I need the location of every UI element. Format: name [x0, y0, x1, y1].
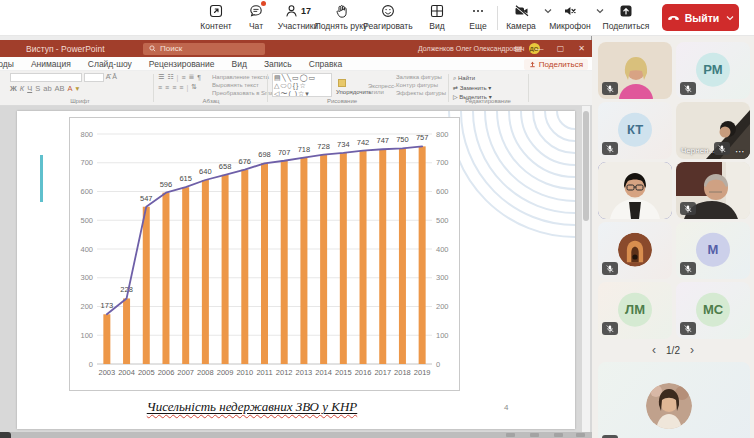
leave-chevron-icon[interactable] [726, 15, 734, 21]
menu-record[interactable]: Запись [264, 59, 292, 69]
find-button[interactable]: ⌕ Найти [453, 75, 475, 82]
participant-tile[interactable]: МС [676, 282, 750, 339]
svg-text:742: 742 [357, 138, 370, 147]
ribbon-options-icon[interactable]: ▤ [508, 40, 529, 57]
ppt-share-button[interactable]: Поделиться [524, 59, 588, 70]
svg-text:2008: 2008 [197, 368, 214, 377]
svg-text:700: 700 [80, 158, 93, 167]
svg-text:100: 100 [80, 331, 93, 340]
svg-text:200: 200 [436, 302, 449, 311]
audio-muted-icon [563, 3, 577, 19]
mic-muted-icon [680, 262, 696, 275]
pager-prev-icon[interactable]: ‹ [652, 345, 656, 355]
svg-text:700: 700 [436, 158, 449, 167]
slide-caption[interactable]: Чисельність недержавних ЗВО у КНР [17, 399, 487, 415]
bar [222, 175, 229, 364]
menu-view[interactable]: Вид [232, 59, 247, 69]
quick-styles-button[interactable]: Экспресс-стили [368, 83, 394, 95]
text-direction-button[interactable]: Направление текста [212, 74, 269, 80]
shape-outline-button[interactable]: Контур фигуры [396, 82, 438, 88]
arrange-label[interactable]: Упорядочить [336, 89, 366, 95]
slide[interactable]: 0010010020020030030040040050050060060070… [17, 111, 575, 429]
share-screen-button[interactable]: Поделиться [602, 3, 650, 34]
svg-text:757: 757 [416, 133, 429, 142]
participant-tile[interactable] [676, 162, 750, 219]
avatar: МС [696, 292, 730, 326]
arc-decoration [445, 111, 575, 241]
chart-frame[interactable]: 0010010020020030030040040050050060060070… [69, 117, 460, 391]
chat-button[interactable]: Чат [241, 3, 271, 34]
bar [320, 155, 327, 364]
slide-scrollbar[interactable] [582, 106, 590, 432]
camera-off-icon [514, 3, 529, 19]
toolbar-divider [497, 6, 498, 30]
svg-text:500: 500 [80, 216, 93, 225]
bar [143, 207, 150, 364]
font-name-box[interactable] [10, 73, 82, 82]
slide-chart: 0010010020020030030040040050050060060070… [70, 118, 459, 390]
tile-more-icon[interactable]: ⋯ [735, 146, 745, 157]
participant-tile[interactable]: КТ [598, 102, 672, 159]
bar [379, 149, 386, 364]
align-text-button[interactable]: Выровнять текст [212, 82, 259, 88]
close-icon[interactable]: ✕ [571, 40, 592, 57]
slide-area: 0010010020020030030040040050050060060070… [0, 106, 592, 432]
leave-button[interactable]: Выйти [662, 4, 739, 31]
more-button[interactable]: Еще [462, 3, 494, 34]
notification-badge [261, 1, 266, 6]
menu-transitions[interactable]: Переходы [0, 59, 14, 69]
participant-tile[interactable]: ЛМ [598, 282, 672, 339]
menu-animation[interactable]: Анимация [31, 59, 71, 69]
participant-tile[interactable] [598, 222, 672, 279]
restore-icon[interactable]: ▢ [550, 40, 571, 57]
man-glasses-video [598, 162, 672, 219]
pager-label: 1/2 [666, 345, 680, 356]
bar [103, 314, 110, 364]
menu-review[interactable]: Рецензирование [149, 59, 215, 69]
ppt-search-box[interactable]: Поиск [143, 43, 265, 55]
svg-text:600: 600 [80, 187, 93, 196]
font-size-box[interactable] [84, 73, 104, 82]
pager-next-icon[interactable]: › [690, 345, 694, 355]
participant-tile[interactable] [598, 42, 672, 99]
participant-tile[interactable]: РМ [676, 42, 750, 99]
mic-muted-icon [680, 322, 696, 335]
bar [241, 170, 248, 364]
menu-help[interactable]: Справка [309, 59, 342, 69]
svg-text:800: 800 [80, 130, 93, 139]
participant-tile[interactable] [598, 162, 672, 219]
ppt-window-title: Виступ - PowerPoint [26, 44, 105, 54]
svg-text:2019: 2019 [414, 368, 431, 377]
ribbon-group-drawing: ▤╲╲▭◯▭△⬭⬯{}☆◁〜( )☆▾ Упорядочить Экспресс… [272, 73, 412, 104]
participant-tile[interactable]: М [676, 222, 750, 279]
svg-text:2013: 2013 [296, 368, 313, 377]
shapes-gallery[interactable]: ▤╲╲▭◯▭△⬭⬯{}☆◁〜( )☆▾ [272, 73, 332, 97]
participant-tile[interactable]: Чернен...⋯ [676, 102, 750, 159]
font-format-buttons[interactable]: ЖКЧSabАВА▾ [10, 84, 150, 93]
minimize-icon[interactable]: — [529, 40, 550, 57]
arrange-button[interactable] [338, 79, 346, 88]
bar [182, 187, 189, 364]
camera-button[interactable]: Камера [501, 3, 541, 34]
scrollbar-thumb[interactable] [583, 111, 589, 221]
svg-text:0: 0 [89, 360, 93, 369]
view-button[interactable]: Вид [422, 3, 452, 34]
arrange-icon [338, 79, 346, 87]
shape-fill-button[interactable]: Заливка фигуры [396, 74, 442, 80]
participants-icon [285, 4, 298, 18]
svg-text:2010: 2010 [236, 368, 253, 377]
svg-text:2011: 2011 [256, 368, 272, 377]
mic-muted-icon [602, 142, 618, 155]
content-button[interactable]: Контент [193, 3, 239, 34]
react-button[interactable]: Реагировать [356, 3, 420, 34]
avatar: М [696, 232, 730, 266]
menu-slideshow[interactable]: Слайд-шоу [88, 59, 132, 69]
bar [399, 148, 406, 364]
bar [123, 298, 130, 364]
taskbar-sliver [0, 432, 592, 438]
featured-participant-tile[interactable] [598, 362, 750, 438]
shape-effects-button[interactable]: Эффекты фигуры [396, 90, 446, 96]
shape-icons: ▤╲╲▭◯▭△⬭⬯{}☆◁〜( )☆▾ [274, 74, 316, 97]
replace-button[interactable]: ⇄ Заменить ▾ [453, 84, 491, 91]
microphone-button[interactable]: Микрофон [548, 3, 592, 34]
